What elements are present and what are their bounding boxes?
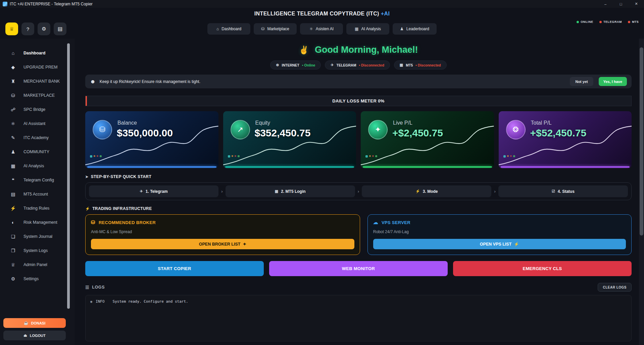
maximize-button[interactable]: □ — [613, 0, 629, 8]
open-broker-list-button[interactable]: OPEN BROKER LIST ✦ — [91, 239, 354, 249]
sidebar-item-system-logs[interactable]: ❐System Logs — [0, 244, 75, 258]
checkbox-icon: ☑ — [552, 189, 555, 193]
sidebar-item-spc-bridge[interactable]: ☍SPC Bridge — [0, 102, 75, 117]
sidebar-item-telegram-config[interactable]: ❝Telegram Config — [0, 173, 75, 187]
journal-icon: ❏ — [10, 234, 16, 239]
sidebar-scrollbar[interactable] — [67, 43, 70, 309]
home-icon: ⌂ — [10, 50, 16, 56]
list-icon: ☰ — [85, 285, 89, 290]
sidebar-item-merchant-bank[interactable]: ♜MERCHANT BANK — [0, 74, 75, 88]
infrastructure-title: ⚡ TRADING INFRASTRUCTURE — [85, 206, 632, 211]
card-glow-bar — [87, 166, 216, 168]
banner-message: Keep it up Richkeyrick! Ensure risk mana… — [100, 79, 566, 84]
chat-bubble-icon: ❝ — [10, 177, 16, 183]
logs-title: ☰ LOGS — [85, 285, 105, 290]
step-mode[interactable]: ⚡ 3. Mode — [362, 185, 491, 197]
bank-icon: ⛁ — [91, 219, 95, 225]
card-legend-dots — [90, 155, 102, 158]
step-telegram[interactable]: ✈ 1. Telegram — [89, 185, 218, 197]
user-icon: ♟ — [10, 149, 16, 155]
sidebar-item-settings[interactable]: ⚙Settings — [0, 272, 75, 286]
nav-asisten-ai[interactable]: ⚛ Asisten AI — [300, 23, 343, 35]
loss-meter-stripe — [86, 96, 87, 106]
paper-plane-icon: ✈ — [140, 189, 143, 193]
shopping-bag-icon: ⛁ — [10, 93, 16, 98]
live-pl-card: ✦ Live P/L +$2,450.75 — [361, 111, 494, 168]
mt5-status: • Disconnected — [415, 63, 441, 67]
sidebar-item-ai-analysis[interactable]: ▦AI Analysis — [0, 159, 75, 173]
emergency-close-button[interactable]: EMERGENCY CLS — [453, 261, 632, 276]
internet-status: • Online — [302, 63, 315, 67]
nav-marketplace[interactable]: ⛁ Marketplace — [254, 23, 297, 35]
step-status[interactable]: ☑ 4. Status — [498, 185, 628, 197]
gear-icon: ⚙ — [10, 276, 16, 282]
card-glow-bar — [225, 166, 354, 168]
logout-button[interactable]: ⏏ LOGOUT — [3, 331, 66, 340]
sidebar-item-community[interactable]: ♟COMMUNITY — [0, 145, 75, 159]
card-legend-dots — [365, 155, 377, 158]
growth-icon: ↗ — [231, 120, 250, 139]
paper-plane-icon: ✈ — [331, 63, 334, 67]
card-legend-dots — [503, 155, 515, 158]
sidebar-item-mt5-account[interactable]: ▤MT5 Account — [0, 187, 75, 201]
app-title-accent: +AI — [381, 11, 390, 16]
stat-cards: ⛁ Balance $350,000.00 ↗ Equity $352,450.… — [85, 111, 632, 168]
balance-value: $350,000.00 — [117, 127, 173, 139]
web-monitor-button[interactable]: WEB MONITOR — [269, 261, 448, 276]
clear-logs-button[interactable]: CLEAR LOGS — [598, 283, 632, 292]
sidebar-item-risk-management[interactable]: ◐Risk Management — [0, 215, 75, 229]
coffee-icon: ☕ — [24, 321, 29, 325]
crown-icon: ♕ — [10, 262, 16, 267]
window-title: ITC +AI ENTERPRISE - Telegram MT5 Copier — [10, 2, 598, 6]
vps-server-card: ☁ VPS SERVER Robot 24/7 Anti-Lag OPEN VP… — [367, 214, 632, 255]
droplet-icon: ❂ — [506, 120, 526, 139]
chevron-right-icon: › — [221, 189, 222, 194]
sidebar-item-ai-assistant[interactable]: ⚛AI Assistant — [0, 117, 75, 131]
log-level: INFO — [96, 299, 105, 304]
open-vps-list-button[interactable]: OPEN VPS LIST ⚡ — [373, 239, 626, 249]
nav-dashboard[interactable]: ⌂ Dashboard — [207, 23, 250, 35]
vps-subtitle: Robot 24/7 Anti-Lag — [373, 229, 626, 234]
close-button[interactable]: ✕ — [629, 0, 644, 8]
app-icon — [3, 2, 7, 6]
equity-value: $352,450.75 — [255, 127, 311, 139]
main-scrollbar-thumb[interactable] — [640, 47, 643, 235]
loss-meter-label: DAILY LOSS METER 0% — [332, 98, 385, 103]
sidebar-item-trading-rules[interactable]: ⚡Trading Rules — [0, 201, 75, 215]
chart-icon: ▦ — [355, 27, 358, 31]
star-icon: ✦ — [368, 120, 388, 139]
sidebar-item-marketplace[interactable]: ⛁MARKETPLACE — [0, 88, 75, 102]
chip-internet: ⊕ INTERNET • Online — [270, 60, 321, 70]
sidebar-item-dashboard[interactable]: ⌂Dashboard — [0, 46, 75, 60]
nav-ai-analysis[interactable]: ▦ AI Analysis — [346, 23, 389, 35]
lightning-icon: ⚡ — [415, 189, 420, 193]
sidebar-item-admin-panel[interactable]: ♕Admin Panel — [0, 258, 75, 272]
chart-icon: ▦ — [10, 163, 16, 169]
broker-subtitle: Anti-MC & Low Spread — [91, 229, 354, 234]
sidebar-item-itc-academy[interactable]: ✎ITC Academy — [0, 131, 75, 145]
sidebar-item-upgrade-prem[interactable]: ◆UPGRADE PREM — [0, 60, 75, 74]
sidebar-item-system-journal[interactable]: ❏System Journal — [0, 229, 75, 244]
trophy-icon: ♟ — [400, 27, 404, 31]
equity-card: ↗ Equity $352,450.75 — [223, 111, 356, 168]
app-header: INTELLIGENCE TELEGRAM COPYTRADE (ITC) +A… — [0, 8, 644, 39]
connection-chips: ⊕ INTERNET • Online ✈ TELEGRAM • Disconn… — [85, 60, 632, 70]
robot-icon: ⚛ — [309, 27, 313, 31]
motivation-banner: ☻ Keep it up Richkeyrick! Ensure risk ma… — [85, 75, 632, 88]
step-mt5-login[interactable]: ▦ 2. MT5 Login — [226, 185, 355, 197]
donasi-button[interactable]: ☕ DONASI — [3, 318, 66, 328]
nav-leaderboard[interactable]: ♟ Leaderboard — [393, 23, 437, 35]
not-yet-button[interactable]: Not yet — [570, 77, 593, 86]
wallet-icon: ⛁ — [93, 120, 112, 139]
telegram-dot-icon — [599, 21, 602, 23]
rocket-icon: ✦ — [243, 242, 246, 247]
shield-icon: ◐ — [10, 220, 16, 225]
log-message: System ready. Configure and start. — [113, 299, 188, 304]
quick-start-title: ➤ STEP-BY-STEP QUICK START — [85, 174, 632, 179]
yes-i-have-button[interactable]: Yes, I have — [599, 77, 627, 86]
start-copier-button[interactable]: START COPIER — [85, 261, 264, 276]
logs-panel[interactable]: ◉ INFO System ready. Configure and start… — [85, 295, 632, 341]
sidebar: ⌂Dashboard ◆UPGRADE PREM ♜MERCHANT BANK … — [0, 39, 75, 345]
minimize-button[interactable]: – — [598, 0, 613, 8]
main-scrollbar[interactable] — [639, 39, 644, 345]
